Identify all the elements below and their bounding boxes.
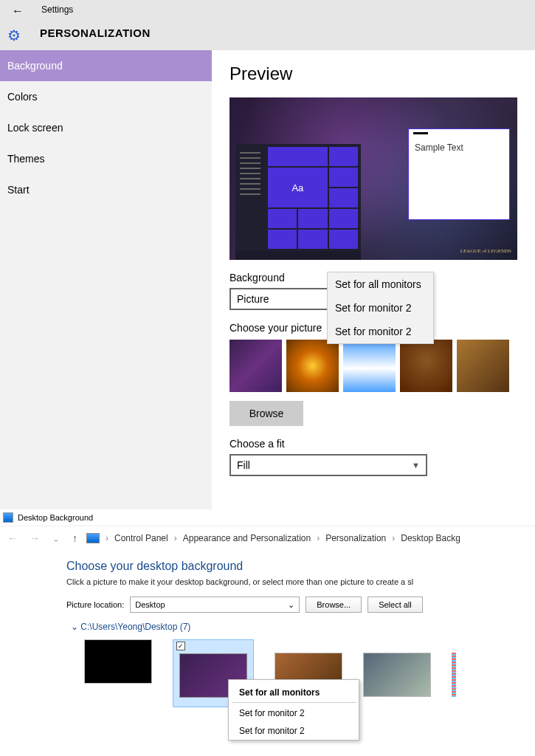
cp-picture-thumb[interactable] — [363, 653, 431, 697]
nav-forward-icon[interactable]: → — [27, 532, 43, 544]
fit-dropdown[interactable]: Fill ▼ — [229, 454, 427, 476]
thumb-checkbox[interactable]: ✓ — [176, 642, 185, 650]
picture-thumb[interactable] — [343, 340, 396, 392]
context-menu-monitors: Set for all monitors Set for monitor 2 S… — [327, 272, 434, 344]
mock-tile — [268, 230, 297, 249]
section-heading: PERSONALIZATION — [40, 27, 151, 39]
nav-recent-icon[interactable]: ⌄ — [49, 532, 63, 544]
cp-window-icon — [3, 512, 13, 523]
mock-start-menu: Aa — [235, 144, 361, 251]
picture-location-select[interactable]: Desktop ⌄ — [130, 597, 300, 613]
cp-context-menu: Set for all monitors Set for monitor 2 S… — [228, 679, 359, 740]
nav-back-icon[interactable]: ← — [4, 532, 21, 544]
mock-window: Sample Text — [408, 128, 510, 220]
context-menu-item[interactable]: Set for monitor 2 — [229, 722, 359, 740]
cp-browse-button[interactable]: Browse... — [306, 597, 362, 613]
picture-thumb[interactable] — [457, 340, 509, 392]
background-dropdown-value: Picture — [237, 293, 269, 305]
mock-tile — [329, 188, 358, 207]
breadcrumb-sep: › — [106, 533, 108, 543]
mock-taskbar — [235, 251, 361, 260]
picture-location-label: Picture location: — [66, 600, 124, 609]
back-button[interactable]: ← — [12, 4, 24, 18]
breadcrumb-sep: › — [392, 533, 395, 543]
cp-picture-thumb[interactable] — [84, 639, 152, 684]
chevron-down-icon: ▼ — [412, 461, 420, 470]
context-menu-item[interactable]: Set for monitor 2 — [328, 320, 433, 343]
breadcrumb-sep: › — [174, 533, 177, 543]
sidebar: Background Colors Lock screen Themes Sta… — [0, 50, 212, 509]
window-title: Settings — [41, 4, 73, 15]
cp-subtext: Click a picture to make it your desktop … — [66, 577, 535, 586]
breadcrumb-sep: › — [317, 533, 320, 543]
gear-icon: ⚙ — [7, 27, 21, 44]
picture-location-value: Desktop — [135, 600, 165, 609]
picture-thumb[interactable] — [286, 340, 339, 392]
breadcrumb-item[interactable]: Appearance and Personalization — [183, 533, 311, 543]
fit-dropdown-value: Fill — [237, 459, 250, 471]
mock-tile-aa: Aa — [268, 168, 328, 207]
wallpaper-preview: Aa Sample Text LEAGUE of LEGENDS — [229, 97, 517, 260]
sample-text: Sample Text — [415, 142, 463, 153]
context-menu-item[interactable]: Set for all monitors — [328, 272, 433, 296]
mock-tile — [329, 230, 358, 249]
cp-nav: ← → ⌄ ↑ › Control Panel › Appearance and… — [0, 526, 535, 549]
cp-select-all-button[interactable]: Select all — [367, 597, 423, 613]
control-panel-window: Desktop Background ← → ⌄ ↑ › Control Pan… — [0, 509, 535, 707]
folder-header[interactable]: C:\Users\Yeong\Desktop (7) — [71, 622, 535, 632]
chevron-down-icon: ⌄ — [288, 600, 294, 610]
fit-label: Choose a fit — [229, 438, 517, 450]
breadcrumb-item[interactable]: Personalization — [325, 533, 386, 543]
context-menu-item[interactable]: Set for monitor 2 — [229, 704, 359, 722]
cp-picture-thumb[interactable] — [452, 653, 456, 697]
breadcrumb-item[interactable]: Desktop Backg — [401, 533, 460, 543]
sidebar-item-start[interactable]: Start — [0, 174, 212, 205]
browse-button[interactable]: Browse — [229, 401, 303, 426]
preview-heading: Preview — [229, 63, 517, 84]
cp-path-icon — [86, 533, 100, 543]
cp-window-title: Desktop Background — [18, 513, 93, 522]
sidebar-item-background[interactable]: Background — [0, 50, 212, 81]
picture-thumb[interactable] — [400, 340, 452, 392]
cp-titlebar: Desktop Background — [0, 509, 535, 526]
picture-thumbnails — [229, 340, 517, 392]
sidebar-item-colors[interactable]: Colors — [0, 81, 212, 112]
picture-thumb[interactable] — [229, 340, 282, 392]
preview-game-logo: LEAGUE of LEGENDS — [460, 248, 511, 254]
mock-tile — [329, 168, 358, 187]
mock-tile — [298, 209, 327, 228]
context-menu-header[interactable]: Set for all monitors — [232, 683, 356, 703]
mock-tile — [298, 230, 327, 249]
sidebar-item-lockscreen[interactable]: Lock screen — [0, 112, 212, 143]
sidebar-item-themes[interactable]: Themes — [0, 143, 212, 174]
context-menu-item[interactable]: Set for monitor 2 — [328, 296, 433, 320]
mock-tile — [268, 209, 297, 228]
mock-tile — [329, 147, 358, 166]
mock-tile — [268, 147, 328, 166]
cp-heading: Choose your desktop background — [66, 560, 535, 573]
breadcrumb-item[interactable]: Control Panel — [114, 533, 168, 543]
mock-tile — [329, 209, 358, 228]
nav-up-icon[interactable]: ↑ — [69, 532, 80, 544]
